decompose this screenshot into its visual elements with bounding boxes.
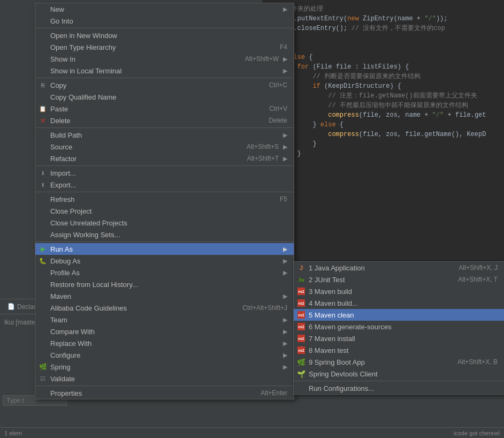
menu-item-go-into[interactable]: Go Into: [35, 15, 294, 27]
code-line: [266, 43, 500, 52]
shortcut-refresh: F5: [280, 195, 287, 203]
menu-item-show-local-terminal[interactable]: Show in Local Terminal ▶: [35, 65, 294, 77]
arrow-icon-show-in: ▶: [283, 56, 287, 63]
submenu-item-run-configs[interactable]: Run Configurations...: [294, 382, 504, 394]
menu-label-delete: Delete: [50, 117, 258, 125]
submenu-item-java-app[interactable]: J 1 Java Application Alt+Shift+X, J: [294, 262, 504, 274]
submenu-item-maven-install[interactable]: m2 7 Maven install: [294, 333, 504, 344]
code-line: // 不然最后压缩包中就不能保留原来的文件结构: [266, 101, 500, 110]
arrow-icon-team: ▶: [283, 316, 287, 323]
menu-item-build-path[interactable]: Build Path ▶: [35, 129, 294, 141]
menu-label-copy: Copy: [50, 81, 258, 89]
paste-icon: 📋: [39, 104, 47, 113]
menu-divider-2: [35, 78, 294, 78]
shortcut-copy: Ctrl+C: [269, 81, 287, 89]
status-bar: 1 elem icode got chennel: [0, 427, 504, 438]
menu-label-compare-with: Compare With: [50, 328, 279, 336]
menu-label-refresh: Refresh: [50, 195, 269, 203]
menu-item-close-unrelated[interactable]: Close Unrelated Projects: [35, 217, 294, 229]
arrow-icon-run-as: ▶: [283, 246, 287, 253]
menu-label-new: New: [50, 5, 279, 13]
submenu-label-run-configs: Run Configurations...: [309, 384, 498, 392]
submenu-item-maven-test[interactable]: m2 8 Maven test: [294, 344, 504, 356]
export-icon: ⬆: [39, 180, 47, 189]
menu-item-import[interactable]: ⬇ Import...: [35, 167, 294, 179]
menu-label-run-as: Run As: [50, 245, 279, 253]
debug-icon: 🐛: [39, 256, 47, 265]
shortcut-paste: Ctrl+V: [269, 105, 287, 112]
submenu-label-junit: 2 JUnit Test: [309, 276, 447, 284]
menu-item-properties[interactable]: Properties Alt+Enter: [35, 387, 294, 399]
menu-item-alibaba[interactable]: Alibaba Code Guidelines Ctrl+Alt+Shift+J: [35, 302, 294, 314]
menu-item-open-new-window[interactable]: Open in New Window: [35, 29, 294, 41]
menu-item-open-type-hierarchy[interactable]: Open Type Hierarchy F4: [35, 41, 294, 53]
menu-item-new[interactable]: New ▶: [35, 3, 294, 15]
shortcut-junit: Alt+Shift+X, T: [458, 276, 498, 283]
submenu-item-spring-boot[interactable]: 🌿 9 Spring Boot App Alt+Shift+X, B: [294, 356, 504, 368]
menu-label-export: Export...: [50, 181, 287, 189]
menu-item-close-project[interactable]: Close Project: [35, 205, 294, 217]
submenu-item-junit[interactable]: Ju 2 JUnit Test Alt+Shift+X, T: [294, 274, 504, 285]
menu-item-maven[interactable]: Maven ▶: [35, 290, 294, 302]
arrow-icon-debug-as: ▶: [283, 258, 287, 265]
menu-item-delete[interactable]: ✕ Delete Delete: [35, 115, 294, 126]
menu-item-configure[interactable]: Configure ▶: [35, 349, 294, 361]
menu-label-validate: Validate: [50, 375, 287, 383]
menu-item-copy-qualified[interactable]: Copy Qualified Name: [35, 91, 294, 103]
code-line: // 注意：file.getName()前面需要带上父文件夹: [266, 91, 500, 101]
menu-item-show-in[interactable]: Show In Alt+Shift+W ▶: [35, 53, 294, 65]
menu-divider-3: [35, 127, 294, 128]
validate-icon: ☑: [39, 374, 47, 383]
menu-label-profile-as: Profile As: [50, 269, 279, 277]
arrow-icon-source: ▶: [283, 144, 287, 150]
code-line: zos.closeEntry(); // 没有文件，不需要文件的cop: [266, 24, 500, 33]
menu-item-assign-working-sets[interactable]: Assign Working Sets...: [35, 229, 294, 240]
menu-label-refactor: Refactor: [50, 155, 236, 163]
menu-label-open-new-window: Open in New Window: [50, 32, 287, 40]
menu-divider: [35, 28, 294, 28]
menu-item-run-as[interactable]: ▶ Run As ▶: [35, 243, 294, 255]
menu-item-validate[interactable]: ☑ Validate: [35, 373, 294, 384]
menu-item-compare-with[interactable]: Compare With ▶: [35, 326, 294, 337]
submenu-divider: [294, 381, 504, 381]
menu-item-export[interactable]: ⬆ Export...: [35, 179, 294, 191]
maven-install-icon: m2: [297, 334, 306, 343]
menu-label-assign-working-sets: Assign Working Sets...: [50, 231, 287, 239]
shortcut-show-in: Alt+Shift+W: [245, 55, 279, 63]
code-line: }: [266, 149, 500, 158]
run-icon: ▶: [39, 245, 47, 253]
maven-clean-icon: m2: [297, 311, 306, 319]
submenu-item-maven-build[interactable]: m2 3 Maven build: [294, 285, 504, 297]
menu-label-copy-qualified: Copy Qualified Name: [50, 93, 287, 101]
menu-item-spring[interactable]: 🌿 Spring ▶: [35, 361, 294, 373]
menu-item-source[interactable]: Source Alt+Shift+S ▶: [35, 141, 294, 153]
menu-item-paste[interactable]: 📋 Paste Ctrl+V: [35, 103, 294, 115]
menu-label-close-project: Close Project: [50, 207, 287, 215]
maven-generate-icon: m2: [297, 322, 306, 331]
menu-item-refresh[interactable]: Refresh F5: [35, 193, 294, 205]
menu-item-refactor[interactable]: Refactor Alt+Shift+T ▶: [35, 153, 294, 164]
menu-item-copy[interactable]: ⎘ Copy Ctrl+C: [35, 79, 294, 91]
submenu-item-maven-clean[interactable]: m2 5 Maven clean: [294, 309, 504, 321]
code-line: } else {: [266, 120, 500, 130]
submenu-item-maven-build2[interactable]: m2 4 Maven build...: [294, 297, 504, 309]
submenu-item-maven-generate[interactable]: m2 6 Maven generate-sources: [294, 321, 504, 333]
menu-label-restore-history: Restore from Local History...: [50, 281, 287, 289]
menu-item-debug-as[interactable]: 🐛 Debug As ▶: [35, 255, 294, 267]
submenu-label-spring-boot: 9 Spring Boot App: [309, 358, 447, 366]
menu-item-profile-as[interactable]: Profile As ▶: [35, 267, 294, 278]
submenu-item-spring-devtools[interactable]: 🌱 Spring Devtools Client: [294, 368, 504, 380]
menu-item-team[interactable]: Team ▶: [35, 314, 294, 326]
spring-icon: 🌿: [39, 363, 47, 371]
shortcut-alibaba: Ctrl+Alt+Shift+J: [242, 304, 287, 312]
menu-item-replace-with[interactable]: Replace With ▶: [35, 337, 294, 349]
menu-divider-5: [35, 192, 294, 192]
menu-label-paste: Paste: [50, 105, 258, 113]
menu-label-spring: Spring: [50, 363, 279, 371]
code-line: compress(file, zos, name + "/" + file.ge…: [266, 110, 500, 120]
menu-label-close-unrelated: Close Unrelated Projects: [50, 219, 287, 227]
menu-divider-7: [35, 386, 294, 386]
code-line: }: [266, 139, 500, 149]
menu-item-restore-history[interactable]: Restore from Local History...: [35, 278, 294, 290]
submenu-label-maven-build2: 4 Maven build...: [309, 299, 498, 307]
